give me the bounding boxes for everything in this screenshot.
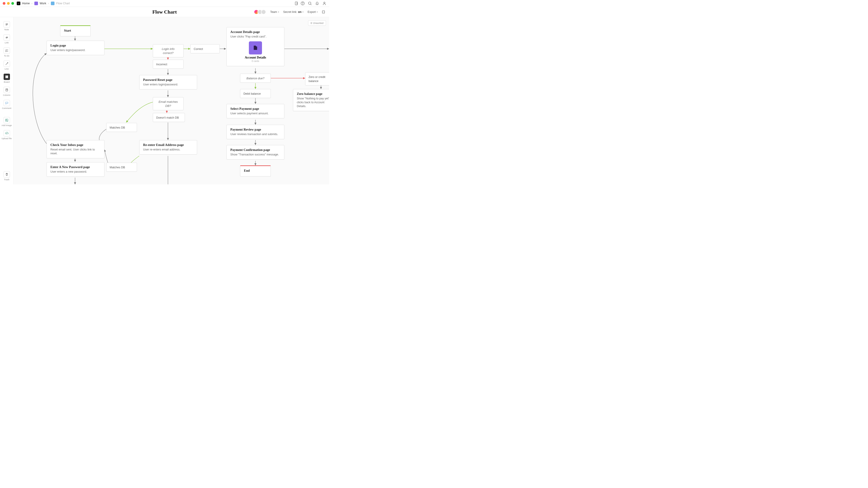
- node-login-correct-q[interactable]: Login info correct?: [153, 44, 184, 57]
- collaborator-avatars[interactable]: [254, 9, 266, 14]
- node-email-matches-q[interactable]: Email matches DB?: [153, 97, 184, 110]
- devices-button[interactable]: 3: [294, 1, 298, 5]
- node-incorrect[interactable]: Incorrect: [153, 60, 184, 69]
- team-dropdown[interactable]: Team: [270, 10, 279, 13]
- tool-column[interactable]: Column: [0, 86, 13, 98]
- svg-rect-12: [6, 89, 8, 91]
- expand-icon[interactable]: [322, 10, 325, 13]
- svg-line-9: [6, 63, 8, 65]
- maximize-window-icon[interactable]: [11, 2, 14, 5]
- tool-board[interactable]: Board: [0, 72, 13, 85]
- tool-note[interactable]: Note: [0, 20, 13, 32]
- node-debit-balance[interactable]: Debit balance: [240, 89, 271, 98]
- node-no-match[interactable]: Doesn't match DB: [153, 113, 185, 122]
- chevron-right-icon: ›: [48, 2, 49, 5]
- account-details-card-icon: [249, 41, 262, 55]
- tool-line[interactable]: Line: [0, 59, 13, 71]
- profile-icon[interactable]: [322, 1, 327, 5]
- node-zero-balance-page[interactable]: Zero balance pageShow "Nothing to pay ye…: [293, 89, 329, 111]
- node-start[interactable]: Start: [60, 25, 91, 36]
- node-zero-credit[interactable]: Zero or credit balance: [305, 72, 329, 86]
- breadcrumb-work[interactable]: Work: [40, 2, 46, 5]
- tool-upload-file[interactable]: Upload file: [0, 129, 13, 141]
- page-header: Flow Chart Team Secret link: on Export: [0, 7, 329, 17]
- node-check-inbox[interactable]: Check Your Inbox pageReset email sent. U…: [46, 140, 104, 158]
- svg-rect-10: [6, 76, 6, 78]
- node-select-payment[interactable]: Select Payment pageUser selects payment …: [226, 104, 284, 119]
- minimize-window-icon[interactable]: [7, 2, 10, 5]
- document-icon[interactable]: [51, 2, 55, 5]
- chevron-right-icon: ›: [31, 2, 32, 5]
- devices-count: 3: [296, 2, 298, 5]
- svg-point-15: [6, 120, 6, 120]
- svg-line-4: [311, 4, 311, 5]
- secret-link-dropdown[interactable]: Secret link: on: [283, 10, 304, 13]
- tool-comment[interactable]: Comment: [0, 98, 13, 111]
- window-titlebar: ⌂ Home › Work › Flow Chart 3: [0, 0, 329, 7]
- breadcrumb-home[interactable]: Home: [22, 2, 30, 5]
- svg-point-3: [309, 2, 311, 4]
- traffic-lights[interactable]: [3, 2, 14, 5]
- tool-trash[interactable]: Trash: [0, 170, 13, 182]
- node-account-details[interactable]: Account Details pageUser clicks "Pay cre…: [226, 27, 284, 66]
- close-window-icon[interactable]: [3, 2, 5, 5]
- node-correct[interactable]: Correct: [190, 44, 220, 53]
- tool-todo[interactable]: To-do: [0, 46, 13, 58]
- node-password-reset[interactable]: Password Reset pageUser enters login/pas…: [139, 75, 197, 90]
- export-dropdown[interactable]: Export: [308, 10, 318, 13]
- help-icon[interactable]: [301, 1, 305, 5]
- breadcrumb: ⌂ Home › Work › Flow Chart: [17, 2, 70, 5]
- tool-rail: Note Link To-do Line Board Column Commen…: [0, 17, 13, 184]
- node-matches-db-2[interactable]: Matches DB: [106, 163, 137, 172]
- node-balance-due-q[interactable]: Balance due?: [240, 74, 271, 83]
- bell-icon[interactable]: [315, 1, 319, 5]
- node-end[interactable]: End: [240, 165, 271, 176]
- tool-add-image[interactable]: Add image: [0, 116, 13, 128]
- node-payment-review[interactable]: Payment Review pageUser reviews transact…: [226, 125, 284, 139]
- svg-point-5: [324, 2, 325, 3]
- breadcrumb-current: Flow Chart: [56, 2, 70, 5]
- page-title: Flow Chart: [152, 9, 177, 15]
- node-new-password[interactable]: Enter A New Password pageUser enters a n…: [46, 162, 104, 177]
- flowchart-canvas[interactable]: 0Unsorted: [13, 17, 329, 184]
- node-matches-db-1[interactable]: Matches DB: [106, 123, 137, 132]
- svg-rect-11: [7, 76, 8, 78]
- unsorted-counter[interactable]: 0Unsorted: [308, 20, 326, 26]
- folder-icon[interactable]: [34, 2, 38, 5]
- home-icon[interactable]: ⌂: [17, 2, 20, 5]
- tool-link[interactable]: Link: [0, 33, 13, 45]
- node-login-page[interactable]: Login pageUser enters login/password.: [46, 41, 104, 55]
- node-reenter-email[interactable]: Re-enter Email Address pageUser re-enter…: [139, 140, 197, 155]
- search-icon[interactable]: [308, 1, 312, 5]
- node-payment-confirmation[interactable]: Payment Confirmation pageShow "Transacti…: [226, 145, 284, 160]
